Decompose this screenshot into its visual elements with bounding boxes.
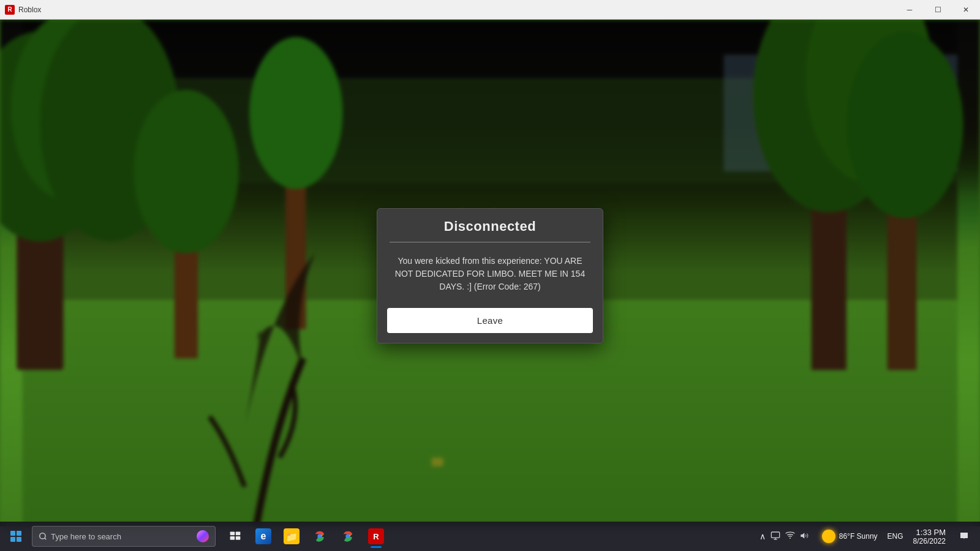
weather-widget[interactable]: 86°F Sunny: [817, 523, 883, 550]
weather-text: 86°F Sunny: [839, 531, 878, 542]
file-explorer-button[interactable]: 📁: [278, 523, 305, 550]
search-placeholder-text: Type here to search: [51, 532, 121, 541]
modal-header: Disconnected: [377, 209, 603, 242]
minimize-button[interactable]: ─: [895, 0, 924, 20]
taskbar-apps: e 📁: [222, 523, 390, 550]
titlebar: R Roblox ─ ☐ ✕: [0, 0, 980, 20]
chrome2-icon: [340, 528, 356, 544]
file-explorer-icon: 📁: [284, 528, 300, 544]
network-icon[interactable]: [785, 531, 795, 542]
taskview-icon: [227, 528, 243, 544]
roblox-taskbar-button[interactable]: R: [363, 523, 390, 550]
time-display: 1:33 PM: [916, 528, 946, 537]
edge-button[interactable]: e: [250, 523, 277, 550]
svg-point-31: [790, 538, 791, 539]
svg-rect-25: [236, 536, 241, 540]
svg-rect-23: [236, 532, 241, 536]
chrome-button[interactable]: [306, 523, 333, 550]
svg-line-21: [45, 538, 47, 540]
modal-footer: Leave: [377, 303, 603, 343]
svg-rect-28: [771, 532, 779, 538]
volume-icon[interactable]: [800, 531, 810, 542]
taskbar-search[interactable]: Type here to search: [32, 526, 216, 547]
weather-condition: Sunny: [857, 532, 878, 541]
titlebar-left: R Roblox: [0, 5, 41, 15]
taskbar: Type here to search e: [0, 522, 980, 551]
language-indicator[interactable]: ENG: [885, 532, 906, 541]
notification-button[interactable]: [953, 523, 975, 550]
chrome-icon: [312, 528, 328, 544]
modal-body: You were kicked from this experience: YO…: [377, 242, 603, 303]
clock-area[interactable]: 1:33 PM 8/26/2022: [908, 523, 951, 550]
titlebar-controls: ─ ☐ ✕: [895, 0, 980, 19]
start-button[interactable]: [0, 522, 32, 551]
modal-title: Disconnected: [444, 219, 536, 234]
search-icon: [39, 532, 47, 541]
chrome2-button[interactable]: [334, 523, 361, 550]
svg-rect-24: [230, 536, 235, 540]
taskbar-right: ∧: [755, 523, 980, 550]
roblox-icon: R: [5, 5, 15, 15]
display-icon[interactable]: [771, 531, 780, 542]
leave-button[interactable]: Leave: [387, 308, 593, 333]
modal-overlay: Disconnected You were kicked from this e…: [0, 0, 980, 551]
close-button[interactable]: ✕: [952, 0, 980, 20]
roblox-taskbar-icon: R: [368, 528, 384, 544]
date-display: 8/26/2022: [913, 537, 946, 545]
temperature: 86°F: [839, 532, 854, 541]
taskview-button[interactable]: [222, 523, 249, 550]
chevron-up-icon[interactable]: ∧: [760, 531, 766, 541]
svg-point-20: [40, 533, 45, 539]
weather-sun-icon: [822, 530, 835, 543]
maximize-button[interactable]: ☐: [924, 0, 952, 20]
windows-logo: [10, 531, 21, 542]
svg-rect-22: [230, 532, 235, 536]
system-tray: ∧: [755, 531, 815, 542]
window-title: Roblox: [18, 6, 41, 14]
modal-message: You were kicked from this experience: YO…: [395, 256, 585, 291]
disconnected-dialog: Disconnected You were kicked from this e…: [377, 208, 603, 343]
edge-icon: e: [255, 528, 271, 544]
